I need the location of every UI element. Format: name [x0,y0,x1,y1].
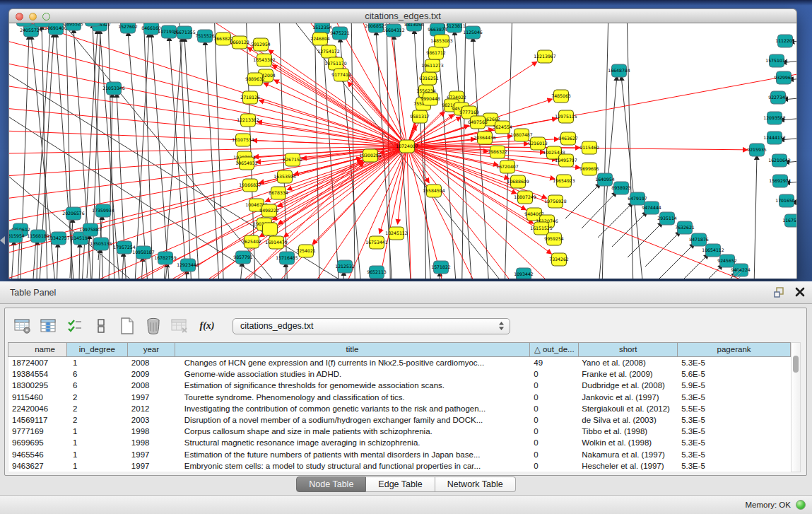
column-header-year[interactable]: year [128,343,175,356]
graph-node[interactable]: 6216013 [528,137,548,150]
graph-node[interactable]: 9329965 [774,71,794,84]
table-row[interactable]: 2242004622012Investigating the contribut… [8,403,791,414]
new-table-icon[interactable] [117,315,138,337]
memory-status-indicator[interactable] [796,500,806,510]
graph-node[interactable]: 3315954 [9,230,25,243]
table-cell[interactable]: Wolkin et al. (1998) [579,437,678,448]
table-cell[interactable]: Investigating the contribution of common… [175,403,531,414]
scrollbar-thumb[interactable] [793,356,799,373]
table-cell[interactable]: 5.9E-5 [678,380,791,391]
table-row[interactable]: 911546021997Tourette syndrome. Phenomeno… [8,392,791,403]
minimize-window-button[interactable] [29,13,37,21]
table-cell[interactable]: Changes of HCN gene expression and I(f) … [175,357,531,368]
table-row[interactable]: 1938455462009Genome-wide association stu… [8,368,791,380]
table-cell[interactable]: Tourette syndrome. Phenomenology and cla… [175,392,531,403]
table-cell[interactable]: 0 [530,449,579,460]
table-cell[interactable]: 18300295 [8,380,67,391]
table-cell[interactable]: 2 [67,392,128,403]
tab-edge-table[interactable]: Edge Table [366,477,435,492]
table-cell[interactable]: 0 [530,414,579,426]
graph-node[interactable]: 10807487 [510,129,533,141]
graph-node[interactable]: 2246804 [310,33,330,45]
graph-node[interactable]: 15716485 [276,252,298,264]
tab-node-table[interactable]: Node Table [296,477,366,492]
table-cell[interactable]: 1998 [128,426,175,437]
table-cell[interactable]: 2 [67,403,128,414]
table-cell[interactable]: Franke et al. (2009) [579,368,678,380]
table-vertical-scrollbar[interactable] [791,342,801,472]
table-cell[interactable]: 0 [530,460,579,472]
close-panel-icon[interactable] [795,287,805,297]
table-cell[interactable]: Estimation of the future numbers of pati… [175,449,531,460]
graph-node[interactable]: 16210643 [768,154,791,167]
table-cell[interactable]: 1997 [128,449,175,460]
graph-node[interactable]: 7515526 [195,30,215,42]
table-cell[interactable]: 1 [67,426,128,437]
graph-node[interactable]: 7632621 [675,221,695,234]
graph-node[interactable]: 8938923 [611,182,631,194]
graph-node[interactable]: 1640954 [595,173,615,186]
graph-node[interactable]: 10688609 [507,175,529,188]
table-cell[interactable]: 2008 [128,357,175,368]
graph-node[interactable]: 5912954 [251,38,271,51]
graph-node[interactable]: 9699695 [579,163,599,175]
graph-node[interactable]: 18107534 [232,134,254,146]
column-header-out_de[interactable]: △ out_de... [530,343,579,356]
table-cell[interactable]: Tibbo et al. (1998) [579,426,678,437]
close-window-button[interactable] [16,13,23,21]
table-cell[interactable]: 19384554 [8,368,67,380]
function-builder-icon[interactable]: f(x) [195,315,219,337]
graph-node[interactable]: 9177414 [331,69,351,81]
table-cell[interactable]: Jankovic et al. (1997) [579,392,678,403]
graph-node[interactable]: 16720407 [496,160,519,173]
graph-node[interactable]: 16782759 [154,252,177,264]
table-cell[interactable]: 5.3E-5 [678,426,791,437]
table-cell[interactable]: 2 [67,414,128,426]
graph-node[interactable]: 7334262 [549,253,569,266]
graph-node[interactable]: 8678334 [269,187,288,199]
graph-node[interactable]: 20206576 [62,207,85,220]
table-cell[interactable]: 2003 [128,414,175,426]
graph-node[interactable]: 9857791 [233,251,253,264]
graph-node[interactable]: 1895525 [64,23,83,30]
table-cell[interactable]: 0 [530,403,579,414]
graph-node[interactable]: 9474444 [642,201,661,214]
table-cell[interactable]: 2008 [128,380,175,391]
table-cell[interactable]: 1998 [128,437,175,448]
graph-node[interactable]: 7485063 [551,90,571,103]
select-attributes-icon[interactable] [64,315,86,337]
graph-node[interactable]: 16353594 [273,170,296,183]
show-columns-icon[interactable] [38,315,59,337]
table-cell[interactable]: 2012 [128,403,175,414]
table-row[interactable]: 946554611997Estimation of the future num… [8,449,791,460]
table-cell[interactable]: 1 [67,437,128,448]
graph-node[interactable]: 12213382 [237,114,259,127]
graph-node[interactable]: 15692971 [769,175,792,187]
table-cell[interactable]: 0 [530,426,579,437]
sidebar-collapse-arrow[interactable] [0,236,5,245]
table-cell[interactable]: 1 [67,449,128,460]
table-row[interactable]: 969969511998Structural magnetic resonanc… [8,437,791,448]
attribute-table[interactable]: namein_degreeyeartitle△ out_de...shortpa… [8,342,791,472]
column-header-title[interactable]: title [175,343,531,356]
graph-node[interactable]: 8471876 [689,233,709,246]
table-cell[interactable]: Yano et al. (2008) [579,357,678,368]
graph-node[interactable]: 9475221 [330,27,350,40]
table-cell[interactable]: 9115460 [8,392,67,403]
graph-node[interactable]: 9581317 [410,110,430,123]
graph-node[interactable]: 14853083 [430,35,453,47]
graph-node[interactable]: 19756928 [544,195,567,208]
graph-node[interactable]: 12975115 [555,110,577,123]
table-cell[interactable]: 9463627 [8,460,67,472]
table-cell[interactable]: 18724007 [8,357,67,368]
network-window-titlebar[interactable]: citations_edges.txt [8,8,797,23]
table-cell[interactable]: 22420046 [8,403,67,414]
table-cell[interactable]: 1 [67,357,128,368]
graph-node[interactable]: 9215935 [747,144,767,156]
graph-node[interactable]: 6316251 [419,72,439,85]
table-selector-dropdown[interactable]: citations_edges.txt [233,318,510,334]
graph-node[interactable]: 9660128 [230,36,249,49]
column-header-in_degree[interactable]: in_degree [67,343,128,356]
table-cell[interactable]: 5.3E-5 [678,460,791,472]
delete-table-icon[interactable] [143,315,164,337]
